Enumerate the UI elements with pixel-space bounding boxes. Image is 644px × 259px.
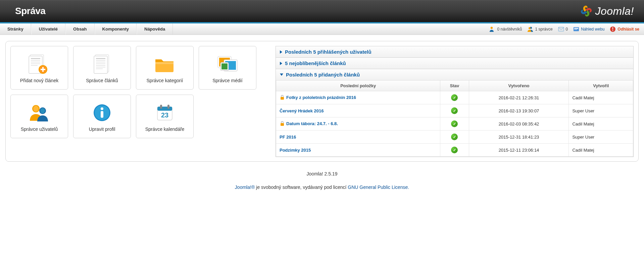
lock-icon <box>280 121 285 127</box>
status-messages[interactable]: 0 <box>558 26 568 32</box>
cell-state <box>440 117 469 131</box>
logout-icon <box>610 26 616 32</box>
article-icon <box>92 52 112 76</box>
menu-users[interactable]: Uživatelé <box>31 23 65 35</box>
article-link[interactable]: PF 2016 <box>280 135 296 140</box>
footer-gpl-link[interactable]: GNU General Public License. <box>348 185 409 190</box>
status-logout-link[interactable]: Odhlásit se <box>617 27 639 32</box>
published-icon[interactable] <box>451 134 458 140</box>
article-link[interactable]: Červený Hrádek 2016 <box>280 108 324 113</box>
svg-text:23: 23 <box>161 111 168 119</box>
article-link[interactable]: Datum tábora: 24.7. - 6.8. <box>286 121 338 126</box>
quickicon-label: Správce kalendáře <box>145 126 185 132</box>
status-preview-link[interactable]: Náhled webu <box>581 27 604 32</box>
svg-rect-14 <box>31 62 40 62</box>
status-visitors-text: 0 návštěvníků <box>497 27 522 32</box>
users-icon <box>29 101 50 124</box>
cell-created: 2016-02-03 08:35:42 <box>469 117 569 131</box>
cell-created: 2015-12-31 18:41:23 <box>469 131 569 144</box>
menu-content[interactable]: Obsah <box>65 23 94 35</box>
svg-rect-44 <box>101 111 103 118</box>
svg-rect-47 <box>160 105 162 109</box>
svg-rect-5 <box>574 28 578 29</box>
header: Správa Joomla! <box>0 0 644 23</box>
quickicon-user-manager[interactable]: Správce uživatelů <box>10 95 68 138</box>
status-preview[interactable]: Náhled webu <box>573 26 604 32</box>
status-logout[interactable]: Odhlásit se <box>610 26 639 32</box>
svg-rect-51 <box>281 123 284 126</box>
svg-rect-24 <box>96 60 105 61</box>
quickicon-category-manager[interactable]: Správce kategorií <box>136 46 194 90</box>
panel-popular-title: 5 nejoblíbenějších článků <box>285 60 346 66</box>
recent-articles-table: Poslední položky Stav Vytvořeno Vytvořil… <box>276 81 633 157</box>
footer-joomla-link[interactable]: Joomla!® <box>235 185 255 190</box>
svg-point-38 <box>33 106 39 112</box>
published-icon[interactable] <box>451 94 458 101</box>
cell-title: Červený Hrádek 2016 <box>276 104 440 117</box>
svg-rect-6 <box>574 29 577 30</box>
calendar-icon: 23 <box>155 101 174 124</box>
quickicon-label: Správce médií <box>212 78 242 83</box>
cell-state <box>440 131 469 144</box>
cell-title: Podzimky 2015 <box>276 144 440 157</box>
panel-recent-header[interactable]: Posledních 5 přidaných článků <box>276 69 633 81</box>
panel-popular-header[interactable]: 5 nejoblíbenějších článků <box>276 58 633 69</box>
quickicon-label: Správce článků <box>86 78 118 83</box>
cell-state <box>440 104 469 117</box>
quickicon-media-manager[interactable]: Správce médií <box>199 46 256 90</box>
quickicon-add-article[interactable]: Přidat nový článek <box>10 46 68 90</box>
quickicon-profile[interactable]: Upravit profil <box>73 95 131 138</box>
quickicon-article-manager[interactable]: Správce článků <box>73 46 131 90</box>
svg-point-43 <box>101 107 103 110</box>
published-icon[interactable] <box>451 107 458 114</box>
folder-icon <box>154 52 176 76</box>
cell-title: PF 2016 <box>276 131 440 144</box>
cell-created: 2016-02-13 19:30:07 <box>469 104 569 117</box>
menu-main: Stránky Uživatelé Obsah Komponenty Nápov… <box>0 23 173 35</box>
article-link[interactable]: Fotky z pololetních prázdnin 2016 <box>286 95 356 100</box>
cell-state <box>440 91 469 104</box>
svg-rect-28 <box>96 67 105 67</box>
quick-icons: Přidat nový článek Správce článků <box>10 46 269 157</box>
quickicon-label: Přidat nový článek <box>20 78 58 83</box>
panel-logged-header[interactable]: Posledních 5 přihlášených uživatelů <box>276 46 633 57</box>
quickicon-calendar-manager[interactable]: 23 Správce kalendáře <box>136 95 194 138</box>
svg-rect-25 <box>96 62 105 62</box>
article-link[interactable]: Podzimky 2015 <box>280 148 311 153</box>
quickicon-label: Správce uživatelů <box>21 126 58 132</box>
svg-point-0 <box>491 27 493 29</box>
chevron-right-icon <box>280 50 282 54</box>
svg-rect-15 <box>31 63 40 64</box>
status-admins-text: 1 správce <box>535 27 553 32</box>
joomla-logo-icon <box>580 4 593 18</box>
cell-author: Super User <box>569 104 633 117</box>
cell-created: 2016-02-21 12:26:31 <box>469 91 569 104</box>
svg-rect-12 <box>31 58 40 59</box>
svg-point-2 <box>529 27 531 29</box>
footer-license: Joomla!® je svobodný software, vydávaný … <box>0 185 644 190</box>
published-icon[interactable] <box>451 147 458 153</box>
svg-rect-29 <box>96 68 103 69</box>
cell-title: Datum tábora: 24.7. - 6.8. <box>276 117 440 131</box>
menu-sites[interactable]: Stránky <box>0 23 31 35</box>
svg-rect-8 <box>612 27 613 30</box>
footer-text: je svobodný software, vydávaný pod licen… <box>255 185 348 190</box>
menu-components[interactable]: Komponenty <box>95 23 137 35</box>
menu-help[interactable]: Nápověda <box>137 23 173 35</box>
admin-icon <box>528 26 534 32</box>
cell-title: Fotky z pololetních prázdnin 2016 <box>276 91 440 104</box>
table-row: Datum tábora: 24.7. - 6.8.2016-02-03 08:… <box>276 117 633 131</box>
content-area: Přidat nový článek Správce článků <box>5 41 639 162</box>
side-panels: Posledních 5 přihlášených uživatelů 5 ne… <box>276 46 634 157</box>
svg-rect-23 <box>96 58 105 59</box>
svg-rect-46 <box>157 107 172 111</box>
published-icon[interactable] <box>451 120 458 127</box>
status-messages-count: 0 <box>566 27 568 32</box>
status-bar: 0 návštěvníků 1 správce 0 Náhled webu Od… <box>489 23 644 35</box>
svg-point-9 <box>612 30 613 31</box>
svg-rect-3 <box>558 27 564 31</box>
svg-rect-48 <box>167 105 169 109</box>
page-title: Správa <box>15 6 45 16</box>
table-row: PF 20162015-12-31 18:41:23Super User <box>276 131 633 144</box>
info-icon <box>93 101 111 124</box>
